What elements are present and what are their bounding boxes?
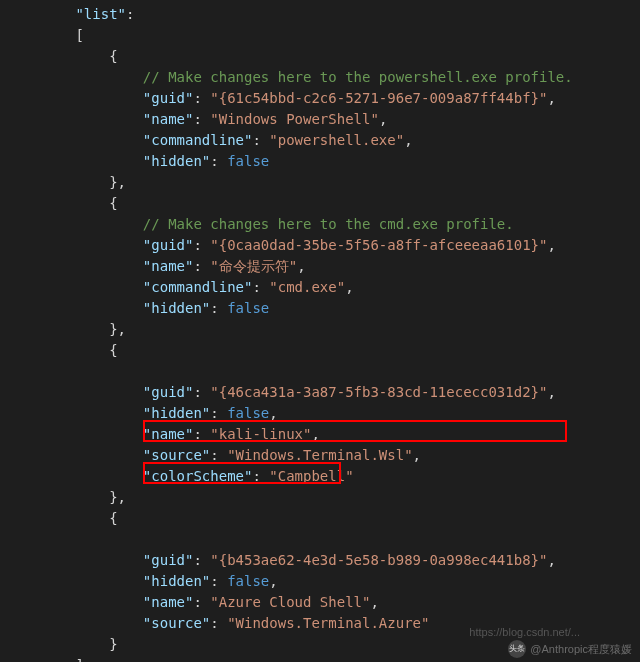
- code-line: "name": "命令提示符",: [0, 256, 640, 277]
- comment: // Make changes here to the cmd.exe prof…: [143, 216, 514, 232]
- code-line: "colorScheme": "Campbell": [0, 466, 640, 487]
- code-line: // Make changes here to the powershell.e…: [0, 67, 640, 88]
- comment: // Make changes here to the powershell.e…: [143, 69, 573, 85]
- code-line: {: [0, 193, 640, 214]
- code-line: },: [0, 172, 640, 193]
- watermark-badge: @Anthropic程度猿媛: [508, 640, 632, 658]
- code-line: "hidden": false,: [0, 571, 640, 592]
- code-line: {: [0, 46, 640, 67]
- code-line: [: [0, 25, 640, 46]
- code-line: "name": "Azure Cloud Shell",: [0, 592, 640, 613]
- code-line: "hidden": false: [0, 151, 640, 172]
- code-line: {: [0, 508, 640, 529]
- json-key: "list": [75, 6, 126, 22]
- code-line: {: [0, 340, 640, 361]
- code-line: "guid": "{46ca431a-3a87-5fb3-83cd-11ecec…: [0, 382, 640, 403]
- code-line: "source": "Windows.Terminal.Wsl",: [0, 445, 640, 466]
- code-line: },: [0, 319, 640, 340]
- code-line: "commandline": "cmd.exe",: [0, 277, 640, 298]
- code-line: "commandline": "powershell.exe",: [0, 130, 640, 151]
- code-line: "hidden": false: [0, 298, 640, 319]
- code-line: "name": "Windows PowerShell",: [0, 109, 640, 130]
- code-line: [0, 529, 640, 550]
- code-line: [0, 361, 640, 382]
- code-line: "name": "kali-linux",: [0, 424, 640, 445]
- code-editor[interactable]: "list": [ { // Make changes here to the …: [0, 4, 640, 662]
- code-line: "guid": "{61c54bbd-c2c6-5271-96e7-009a87…: [0, 88, 640, 109]
- code-line: "hidden": false,: [0, 403, 640, 424]
- code-line: "guid": "{0caa0dad-35be-5f56-a8ff-afceee…: [0, 235, 640, 256]
- code-line: "guid": "{b453ae62-4e3d-5e58-b989-0a998e…: [0, 550, 640, 571]
- watermark-url: https://blog.csdn.net/...: [469, 624, 580, 641]
- code-line: "list":: [0, 4, 640, 25]
- code-line: // Make changes here to the cmd.exe prof…: [0, 214, 640, 235]
- code-line: },: [0, 487, 640, 508]
